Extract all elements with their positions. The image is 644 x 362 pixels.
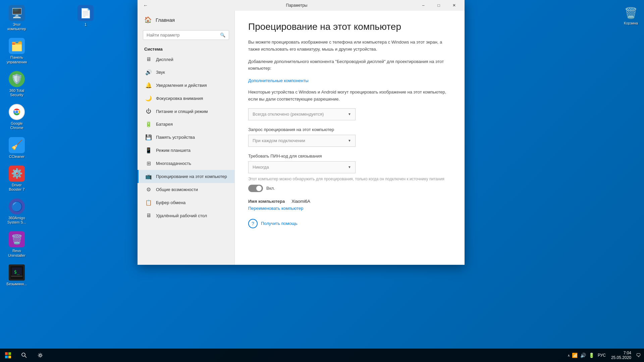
window-title: Параметры bbox=[178, 3, 416, 8]
display-icon: 🖥 bbox=[145, 56, 152, 62]
window-titlebar: ← Параметры – □ ✕ bbox=[138, 0, 465, 11]
help-icon: ? bbox=[248, 219, 258, 228]
remote-icon: 🖥 bbox=[145, 213, 152, 219]
dropdown1-arrow: ▼ bbox=[348, 112, 351, 116]
sidebar-item-power[interactable]: ⏻ Питание и спящий режим bbox=[138, 105, 234, 118]
settings-window: ← Параметры – □ ✕ 🏠 Главная 🔍 Система bbox=[138, 0, 465, 265]
rename-link[interactable]: Переименовать компьютер bbox=[248, 206, 451, 211]
sidebar-item-focus[interactable]: 🌙 Фокусировка внимания bbox=[138, 92, 234, 105]
sidebar-section-title: Система bbox=[138, 44, 234, 53]
search-box[interactable]: 🔍 bbox=[143, 30, 229, 40]
help-link[interactable]: Получить помощь bbox=[261, 221, 298, 226]
main-content: Проецирование на этот компьютер Вы может… bbox=[235, 11, 465, 265]
taskbar-search-button[interactable] bbox=[16, 349, 32, 362]
sidebar-item-clipboard[interactable]: 📋 Буфер обмена bbox=[138, 196, 234, 209]
tray-network-icon[interactable]: 📶 bbox=[571, 352, 578, 359]
section2-label: Запрос проецирования на этот компьютер bbox=[248, 127, 451, 132]
svg-rect-10 bbox=[5, 356, 8, 358]
icon-revo-uninstaller[interactable]: 🗑️ Revo Uninstaller bbox=[3, 230, 30, 259]
sidebar-item-sound[interactable]: 🔊 Звук bbox=[138, 66, 234, 79]
taskbar-settings-item[interactable] bbox=[32, 349, 48, 362]
computer-name-value: Xiaomi6A bbox=[291, 199, 310, 204]
focus-icon: 🌙 bbox=[145, 95, 152, 102]
search-input[interactable] bbox=[147, 33, 220, 38]
project-icon: 📺 bbox=[145, 173, 152, 180]
sound-icon: 🔊 bbox=[145, 69, 152, 75]
tablet-icon: 📱 bbox=[145, 147, 152, 154]
icon-unnamed[interactable]: $_ Безымянн... bbox=[3, 263, 30, 288]
sidebar-item-display[interactable]: 🖥 Дисплей bbox=[138, 53, 234, 66]
icon-ccleaner[interactable]: 🧹 CCleaner bbox=[3, 135, 30, 161]
section3-label: Требовать ПИН-код для связывания bbox=[248, 154, 451, 159]
icon-this-pc[interactable]: 🖥️ Этот компьютер bbox=[3, 3, 30, 33]
svg-point-14 bbox=[39, 354, 41, 356]
language-indicator[interactable]: РУС bbox=[596, 352, 607, 358]
multitask-icon: ⊞ bbox=[145, 160, 152, 167]
window-controls: – □ ✕ bbox=[416, 0, 462, 11]
sidebar-item-notifications[interactable]: 🔔 Уведомления и действия bbox=[138, 79, 234, 92]
link-components[interactable]: Дополнительные компоненты bbox=[248, 78, 309, 83]
disabled-description: Этот компьютер можно обнаружить для прое… bbox=[248, 176, 451, 182]
computer-name-row: Имя компьютера Xiaomi6A bbox=[248, 199, 451, 204]
taskbar: ∧ 📶 🔊 🔋 РУС 7:04 25.05.2020 🗨 bbox=[0, 349, 644, 362]
icon-driver-booster[interactable]: ⚙️ Driver Booster 7 bbox=[3, 164, 30, 193]
toggle-label: Вкл. bbox=[266, 186, 275, 191]
maximize-button[interactable]: □ bbox=[431, 0, 446, 11]
tray-battery-icon[interactable]: 🔋 bbox=[588, 352, 595, 359]
sidebar-item-accessibility[interactable]: ⚙ Общие возможности bbox=[138, 183, 234, 196]
storage-icon: 💾 bbox=[145, 134, 152, 140]
sidebar-item-battery[interactable]: 🔋 Батарея bbox=[138, 118, 234, 131]
taskbar-right: ∧ 📶 🔊 🔋 РУС 7:04 25.05.2020 🗨 bbox=[568, 349, 644, 362]
taskbar-clock[interactable]: 7:04 25.05.2020 bbox=[608, 351, 634, 360]
notifications-tray-icon[interactable]: 🗨 bbox=[635, 352, 641, 359]
desktop-icon-area: 🖥️ Этот компьютер 🗂️ Панель управления 🛡… bbox=[3, 3, 138, 312]
sidebar-item-multitask[interactable]: ⊞ Многозадачность bbox=[138, 157, 234, 170]
svg-point-3 bbox=[15, 111, 18, 113]
icon-file-1[interactable]: 📄 1 bbox=[72, 3, 99, 28]
desktop: 🖥️ Этот компьютер 🗂️ Панель управления 🛡… bbox=[0, 0, 644, 362]
toggle-row: Вкл. bbox=[248, 185, 451, 192]
tray-volume-icon[interactable]: 🔊 bbox=[580, 352, 587, 359]
icon-360-security[interactable]: 🛡️ 360 Total Security bbox=[3, 69, 30, 99]
accessibility-icon: ⚙ bbox=[145, 186, 152, 193]
clipboard-icon: 📋 bbox=[145, 199, 152, 206]
svg-line-13 bbox=[25, 356, 26, 358]
sidebar-item-project[interactable]: 📺 Проецирование на этот компьютер bbox=[138, 170, 234, 183]
dropdown-projection-request[interactable]: При каждом подключении ▼ bbox=[248, 135, 356, 147]
minimize-button[interactable]: – bbox=[416, 0, 431, 11]
sidebar-item-remote[interactable]: 🖥 Удалённый рабочий стол bbox=[138, 209, 234, 222]
sidebar-home[interactable]: 🏠 Главная bbox=[138, 11, 234, 29]
tray-chevron[interactable]: ∧ bbox=[568, 354, 570, 357]
description-1: Вы можете проецировать изображение с тел… bbox=[248, 39, 451, 53]
recycle-bin-icon[interactable]: 🗑️ Корзина bbox=[621, 3, 641, 27]
svg-text:$_: $_ bbox=[14, 269, 20, 275]
icon-google-chrome[interactable]: Google Chrome bbox=[3, 102, 30, 132]
svg-point-12 bbox=[22, 353, 25, 356]
sidebar-item-storage[interactable]: 💾 Память устройства bbox=[138, 131, 234, 144]
help-row: ? Получить помощь bbox=[248, 219, 451, 228]
dropdown3-arrow: ▼ bbox=[348, 165, 351, 169]
close-button[interactable]: ✕ bbox=[446, 0, 462, 11]
dropdown-always-off[interactable]: Всегда отключено (рекомендуется) ▼ bbox=[248, 108, 356, 120]
back-button[interactable]: ← bbox=[140, 0, 151, 11]
sidebar-item-tablet[interactable]: 📱 Режим планшета bbox=[138, 144, 234, 157]
description-2: Добавление дополнительного компонента "Б… bbox=[248, 58, 451, 72]
power-toggle[interactable] bbox=[248, 185, 263, 192]
svg-rect-6 bbox=[11, 276, 22, 277]
svg-rect-11 bbox=[8, 356, 11, 358]
search-icon: 🔍 bbox=[220, 33, 225, 38]
svg-rect-8 bbox=[5, 352, 8, 355]
notifications-icon: 🔔 bbox=[145, 82, 152, 88]
toggle-knob bbox=[256, 186, 262, 191]
settings-sidebar: 🏠 Главная 🔍 Система 🖥 Дисплей 🔊 Звук bbox=[138, 11, 235, 265]
icon-360amigo[interactable]: 🔵 360Amigo System S... bbox=[3, 197, 30, 226]
battery-icon: 🔋 bbox=[145, 121, 152, 127]
computer-name-label: Имя компьютера bbox=[248, 199, 285, 204]
dropdown2-arrow: ▼ bbox=[348, 139, 351, 142]
description-3: Некоторые устройства с Windows и Android… bbox=[248, 89, 451, 103]
dropdown-pin[interactable]: Никогда ▼ bbox=[248, 161, 356, 173]
icon-control-panel[interactable]: 🗂️ Панель управления bbox=[3, 36, 30, 66]
start-button[interactable] bbox=[0, 349, 16, 362]
page-title: Проецирование на этот компьютер bbox=[248, 21, 451, 32]
power-icon: ⏻ bbox=[145, 108, 152, 114]
